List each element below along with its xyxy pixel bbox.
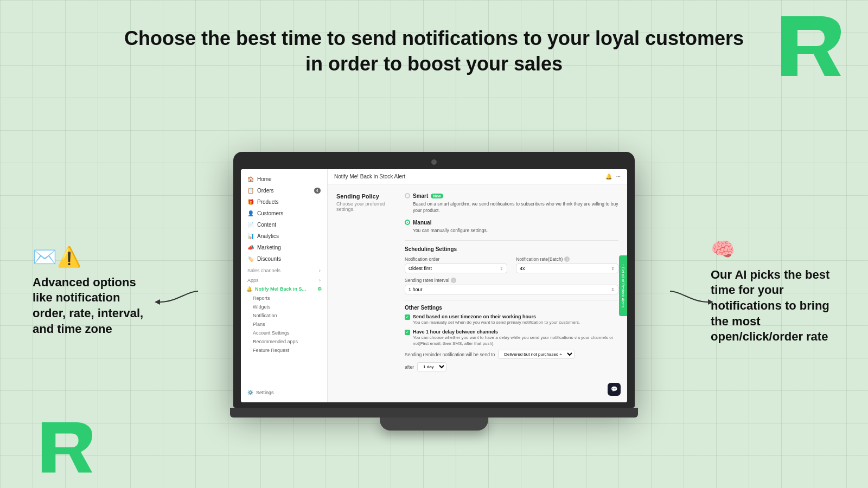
marketing-icon: 📣 [247, 245, 254, 251]
policy-right: Smart New Based on a smart algorithm, we… [405, 193, 618, 371]
notification-order-select[interactable]: Oldest first ⇕ [405, 264, 507, 273]
reminder-row: Sending reminder notification will be se… [405, 350, 618, 359]
sidebar-customers-label: Customers [257, 210, 283, 216]
smart-radio-circle [405, 193, 410, 198]
sidebar-content-label: Content [257, 222, 276, 228]
laptop-stand [380, 418, 488, 431]
sidebar-item-orders[interactable]: 📋 Orders 4 [241, 185, 327, 196]
sending-policy-subtitle: Choose your preferred settings. [336, 201, 396, 212]
reminder-prefix: Sending reminder notification will be se… [405, 352, 495, 357]
sending-policy-title: Sending Policy [336, 193, 396, 200]
sidebar-item-customers[interactable]: 👤 Customers [241, 208, 327, 219]
discounts-icon: 🏷️ [247, 256, 254, 262]
manual-desc: You can manually configure settings. [413, 228, 618, 234]
page-wrapper: Choose the best time to send notificatio… [0, 0, 868, 488]
left-annotation: ✉️⚠️ Advanced options like notification … [33, 246, 152, 337]
notification-rate-field: Notification rate(Batch) i 4x ⇕ [516, 256, 618, 273]
right-arrow [665, 275, 713, 307]
app-topbar-title: Notify Me! Back in Stock Alert [334, 174, 405, 179]
sending-rates-select[interactable]: 1 hour ⇕ [405, 285, 618, 294]
select-arrow-icon-3: ⇕ [611, 287, 615, 292]
new-badge: New [431, 194, 443, 198]
checkbox-delay: ✓ Have 1 hour delay between channels You… [405, 329, 618, 346]
reminder-day-select[interactable]: 1 day [417, 362, 446, 371]
apps-section: Apps › [241, 274, 327, 284]
decorative-r-top-right [770, 11, 835, 76]
sidebar-settings[interactable]: ⚙️ Settings [241, 387, 328, 398]
svg-marker-0 [155, 299, 160, 305]
restock-alerts-btn[interactable]: ↑ Get all of Restock Alerts [619, 255, 627, 316]
customers-icon: 👤 [247, 210, 254, 216]
smart-radio-option[interactable]: Smart New [405, 193, 618, 199]
checkbox-delay-label: Have 1 hour delay between channels [413, 329, 618, 335]
checkbox-timezone-desc: You can manually set when do you want to… [413, 319, 580, 325]
after-label: after [405, 364, 414, 370]
sidebar-sub-feature[interactable]: Feature Request [241, 346, 327, 355]
settings-label: Settings [256, 390, 274, 395]
laptop-camera [431, 159, 437, 165]
sales-channels-section: Sales channels › [241, 265, 327, 274]
sidebar-home-label: Home [257, 176, 272, 182]
sidebar-marketing-label: Marketing [257, 245, 281, 251]
sidebar-discounts-label: Discounts [257, 256, 281, 262]
right-annotation-icon: 🧠 [711, 237, 735, 260]
sidebar-item-products[interactable]: 🎁 Products [241, 196, 327, 208]
checkbox-timezone-box[interactable]: ✓ [405, 314, 410, 320]
manual-radio-circle [405, 220, 410, 225]
reminder-status-select[interactable]: Delivered but not purchased ÷ [498, 350, 575, 359]
select-arrow-icon-2: ⇕ [611, 266, 615, 271]
laptop: 🏠 Home 📋 Orders 4 🎁 Products [233, 152, 635, 431]
orders-icon: 📋 [247, 188, 254, 194]
other-settings-title: Other Settings [405, 305, 618, 311]
notification-rate-label: Notification rate(Batch) i [516, 256, 618, 262]
select-arrow-icon: ⇕ [500, 266, 503, 271]
laptop-screen: 🏠 Home 📋 Orders 4 🎁 Products [241, 169, 627, 402]
sidebar-sub-account[interactable]: Account Settings [241, 329, 327, 337]
sidebar-sub-recommended[interactable]: Recommended apps [241, 337, 327, 346]
sidebar-products-label: Products [257, 199, 278, 205]
sidebar-item-content[interactable]: 📄 Content [241, 219, 327, 230]
left-arrow [155, 275, 203, 307]
laptop-screen-outer: 🏠 Home 📋 Orders 4 🎁 Products [233, 152, 635, 408]
fab-button[interactable]: 💬 [608, 383, 621, 396]
sidebar-sub-plans[interactable]: Plans [241, 320, 327, 329]
sidebar-item-marketing[interactable]: 📣 Marketing [241, 242, 327, 253]
content-icon: 📄 [247, 222, 254, 228]
reminder-after-row: after 1 day [405, 362, 618, 371]
sidebar-orders-label: Orders [257, 188, 274, 194]
sidebar-app-notifyme[interactable]: 🔔 Notify Me! Back in S... ⚙ [241, 284, 327, 294]
sending-policy-section: Sending Policy Choose your preferred set… [336, 193, 618, 371]
notification-rate-select[interactable]: 4x ⇕ [516, 264, 618, 273]
scheduling-section: Scheduling Settings Notification order [405, 240, 618, 294]
sending-rates-label: Sending rates interval i [405, 278, 618, 283]
smart-label: Smart [413, 193, 428, 199]
notification-order-label: Notification order [405, 256, 507, 262]
notifyme-icon: 🔔 [246, 286, 252, 292]
bell-icon[interactable]: 🔔 [605, 174, 612, 179]
sidebar-item-discounts[interactable]: 🏷️ Discounts [241, 253, 327, 265]
checkbox-timezone-label: Send based on user timezone on their wor… [413, 314, 580, 319]
left-annotation-icon: ✉️⚠️ [33, 246, 81, 268]
sidebar-sub-notification[interactable]: Notification [241, 311, 327, 320]
topbar-actions: 🔔 ··· [605, 174, 621, 179]
sidebar-sub-reports[interactable]: Reports [241, 294, 327, 303]
dots-menu-icon[interactable]: ··· [616, 174, 621, 179]
right-annotation-text: Our AI picks the best time for your noti… [711, 267, 835, 344]
left-annotation-text: Advanced options like notification order… [33, 275, 152, 337]
sending-rates-field: Sending rates interval i 1 hour ⇕ [405, 278, 618, 294]
notification-order-field: Notification order Oldest first ⇕ [405, 256, 507, 273]
manual-label: Manual [413, 220, 431, 226]
sidebar-sub-widgets[interactable]: Widgets [241, 303, 327, 311]
right-annotation: 🧠 Our AI picks the best time for your no… [711, 237, 835, 344]
home-icon: 🏠 [247, 176, 254, 182]
sidebar-item-home[interactable]: 🏠 Home [241, 174, 327, 185]
orders-badge: 4 [314, 188, 321, 194]
products-icon: 🎁 [247, 199, 254, 205]
checkbox-timezone-content: Send based on user timezone on their wor… [413, 314, 580, 325]
sidebar-item-analytics[interactable]: 📊 Analytics [241, 230, 327, 242]
checkbox-delay-box[interactable]: ✓ [405, 330, 410, 335]
analytics-icon: 📊 [247, 233, 254, 239]
manual-radio-option[interactable]: Manual [405, 220, 618, 226]
laptop-wrapper: 🏠 Home 📋 Orders 4 🎁 Products [233, 152, 635, 431]
settings-gear-icon[interactable]: ⚙ [317, 286, 322, 292]
